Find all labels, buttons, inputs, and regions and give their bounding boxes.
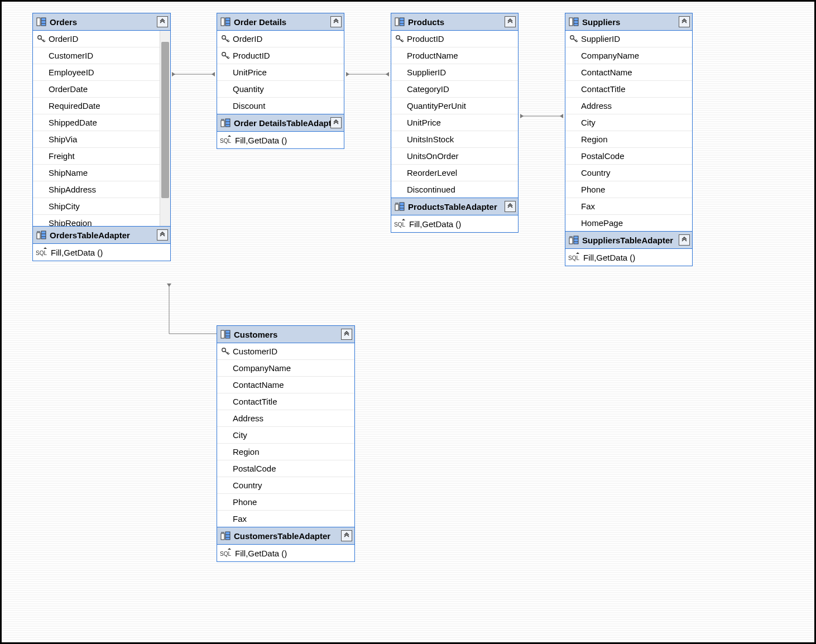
column-row[interactable]: UnitPrice bbox=[391, 114, 518, 131]
column-row[interactable]: ContactName bbox=[565, 64, 692, 81]
column-row[interactable]: Region bbox=[565, 131, 692, 148]
column-row[interactable]: Quantity bbox=[217, 81, 344, 98]
adapter-method[interactable]: SQL Fill,GetData () bbox=[565, 249, 692, 266]
column-row[interactable]: PostalCode bbox=[565, 148, 692, 165]
column-row[interactable]: Freight bbox=[33, 148, 170, 165]
sql-icon: SQL bbox=[35, 246, 50, 258]
column-name: ProductID bbox=[232, 51, 270, 60]
collapse-icon[interactable] bbox=[679, 16, 690, 27]
column-name: CategoryID bbox=[406, 84, 449, 94]
column-row[interactable]: Discontinued bbox=[391, 181, 518, 198]
scrollbar[interactable] bbox=[160, 31, 170, 226]
column-row[interactable]: Country bbox=[217, 477, 354, 494]
column-row[interactable]: UnitsInStock bbox=[391, 131, 518, 148]
svg-rect-43 bbox=[395, 18, 399, 26]
primary-key-icon bbox=[219, 51, 232, 60]
column-row[interactable]: CustomerID bbox=[217, 343, 354, 360]
column-row[interactable]: Address bbox=[217, 410, 354, 427]
column-row[interactable]: Phone bbox=[217, 494, 354, 511]
column-row[interactable]: OrderID bbox=[33, 31, 170, 47]
column-row[interactable]: PostalCode bbox=[217, 460, 354, 477]
column-row[interactable]: City bbox=[217, 427, 354, 444]
column-row[interactable]: ReorderLevel bbox=[391, 165, 518, 181]
adapter-header[interactable]: CustomersTableAdapter bbox=[217, 527, 354, 545]
column-row[interactable]: SupplierID bbox=[391, 64, 518, 81]
table-title: Products bbox=[408, 17, 505, 27]
column-row[interactable]: Region bbox=[217, 444, 354, 460]
svg-rect-57 bbox=[569, 18, 573, 26]
column-row[interactable]: ProductName bbox=[391, 47, 518, 64]
column-row[interactable]: HomePage bbox=[565, 215, 692, 231]
table-header[interactable]: Suppliers bbox=[565, 13, 692, 31]
column-row[interactable]: ShipName bbox=[33, 165, 170, 181]
column-row[interactable]: Country bbox=[565, 165, 692, 181]
column-name: SupplierID bbox=[580, 34, 620, 44]
table-header[interactable]: Products bbox=[391, 13, 518, 31]
column-row[interactable]: ShipCity bbox=[33, 198, 170, 215]
adapter-method[interactable]: SQL Fill,GetData () bbox=[391, 215, 518, 232]
adapter-header[interactable]: ProductsTableAdapter bbox=[391, 198, 518, 215]
adapter-header[interactable]: SuppliersTableAdapter bbox=[565, 231, 692, 249]
columns-list[interactable]: ProductIDProductNameSupplierIDCategoryID… bbox=[391, 31, 518, 198]
columns-list[interactable]: OrderIDCustomerIDEmployeeIDOrderDateRequ… bbox=[33, 31, 170, 226]
columns-list[interactable]: SupplierIDCompanyNameContactNameContactT… bbox=[565, 31, 692, 231]
table-customers[interactable]: Customers CustomerIDCompanyNameContactNa… bbox=[217, 325, 355, 562]
dataset-designer-canvas[interactable]: Orders OrderIDCustomerIDEmployeeIDOrderD… bbox=[0, 0, 816, 644]
column-row[interactable]: UnitPrice bbox=[217, 64, 344, 81]
tableadapter-icon bbox=[568, 234, 580, 246]
adapter-header[interactable]: OrdersTableAdapter bbox=[33, 226, 170, 244]
column-row[interactable]: RequiredDate bbox=[33, 98, 170, 114]
collapse-icon[interactable] bbox=[330, 16, 342, 27]
column-row[interactable]: QuantityPerUnit bbox=[391, 98, 518, 114]
column-row[interactable]: Phone bbox=[565, 181, 692, 198]
column-row[interactable]: EmployeeID bbox=[33, 64, 170, 81]
column-row[interactable]: Address bbox=[565, 98, 692, 114]
table-order-details[interactable]: Order Details OrderIDProductIDUnitPriceQ… bbox=[217, 13, 344, 149]
table-orders[interactable]: Orders OrderIDCustomerIDEmployeeIDOrderD… bbox=[32, 13, 171, 261]
column-row[interactable]: CategoryID bbox=[391, 81, 518, 98]
column-row[interactable]: City bbox=[565, 114, 692, 131]
column-row[interactable]: UnitsOnOrder bbox=[391, 148, 518, 165]
collapse-icon[interactable] bbox=[505, 16, 516, 27]
column-row[interactable]: Discount bbox=[217, 98, 344, 114]
column-row[interactable]: ShipVia bbox=[33, 131, 170, 148]
column-row[interactable]: Fax bbox=[565, 198, 692, 215]
columns-list[interactable]: OrderIDProductIDUnitPriceQuantityDiscoun… bbox=[217, 31, 344, 114]
column-row[interactable]: ContactName bbox=[217, 377, 354, 393]
column-row[interactable]: ShipRegion bbox=[33, 215, 170, 226]
table-suppliers[interactable]: Suppliers SupplierIDCompanyNameContactNa… bbox=[565, 13, 693, 266]
table-header[interactable]: Order Details bbox=[217, 13, 344, 31]
column-row[interactable]: CompanyName bbox=[217, 360, 354, 377]
adapter-method[interactable]: SQL Fill,GetData () bbox=[217, 545, 354, 561]
collapse-icon[interactable] bbox=[505, 201, 516, 212]
column-row[interactable]: ContactTitle bbox=[565, 81, 692, 98]
collapse-icon[interactable] bbox=[341, 329, 352, 340]
table-header[interactable]: Customers bbox=[217, 326, 354, 343]
column-row[interactable]: OrderDate bbox=[33, 81, 170, 98]
collapse-icon[interactable] bbox=[330, 117, 342, 128]
svg-rect-44 bbox=[400, 18, 404, 26]
column-row[interactable]: ProductID bbox=[217, 47, 344, 64]
collapse-icon[interactable] bbox=[341, 530, 352, 541]
adapter-header[interactable]: Order DetailsTableAdapter bbox=[217, 114, 344, 132]
svg-rect-11 bbox=[37, 18, 40, 26]
collapse-icon[interactable] bbox=[679, 234, 690, 246]
column-row[interactable]: ContactTitle bbox=[217, 393, 354, 410]
column-row[interactable]: CustomerID bbox=[33, 47, 170, 64]
table-products[interactable]: Products ProductIDProductNameSupplierIDC… bbox=[391, 13, 519, 233]
column-row[interactable]: CompanyName bbox=[565, 47, 692, 64]
collapse-icon[interactable] bbox=[157, 16, 168, 27]
column-row[interactable]: OrderID bbox=[217, 31, 344, 47]
column-row[interactable]: ShipAddress bbox=[33, 181, 170, 198]
column-row[interactable]: ShippedDate bbox=[33, 114, 170, 131]
adapter-method[interactable]: SQL Fill,GetData () bbox=[33, 244, 170, 261]
adapter-method[interactable]: SQL Fill,GetData () bbox=[217, 132, 344, 148]
columns-list[interactable]: CustomerIDCompanyNameContactNameContactT… bbox=[217, 343, 354, 527]
collapse-icon[interactable] bbox=[157, 229, 168, 241]
table-header[interactable]: Orders bbox=[33, 13, 170, 31]
column-row[interactable]: Fax bbox=[217, 511, 354, 527]
scrollbar-thumb[interactable] bbox=[161, 42, 169, 198]
table-title: Customers bbox=[234, 330, 341, 339]
column-row[interactable]: ProductID bbox=[391, 31, 518, 47]
column-row[interactable]: SupplierID bbox=[565, 31, 692, 47]
